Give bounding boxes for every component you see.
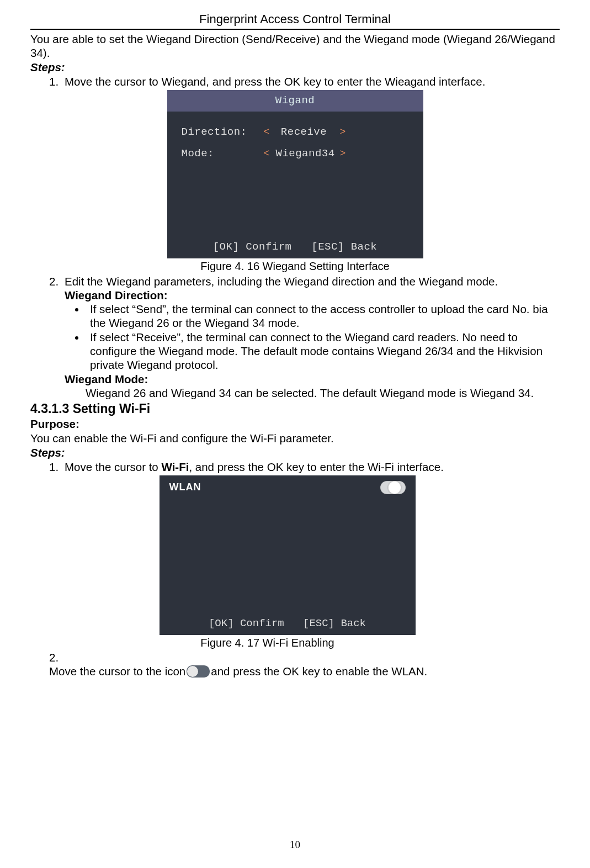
purpose-body: You can enable the Wi-Fi and configure t… <box>30 431 560 445</box>
text-part: and press the OK key to enable the WLAN. <box>211 664 427 678</box>
direction-value: Receive <box>276 126 332 139</box>
wifi-step-2: 2.Move the cursor to the icon and press … <box>30 650 560 678</box>
step-body: Move the cursor to Wi-Fi, and press the … <box>65 460 550 474</box>
wiegand-mode-body: Wiegand 26 and Wiegand 34 can be selecte… <box>30 386 560 400</box>
wiegand-mode-label: Wiegand Mode: <box>65 372 560 386</box>
arrow-left-icon[interactable]: < <box>256 148 276 160</box>
step-1: 1.Move the cursor to Wiegand, and press … <box>30 75 560 88</box>
wlan-row[interactable]: WLAN <box>160 475 416 497</box>
arrow-right-icon[interactable]: > <box>332 148 352 160</box>
step-number: 2. <box>49 650 65 664</box>
steps-label-2: Steps: <box>30 446 560 459</box>
wlan-toggle-icon[interactable] <box>380 481 406 494</box>
text-part: , and press the OK key to enter the Wi-F… <box>189 461 443 473</box>
step-body: Move the cursor to the icon and press th… <box>49 664 535 678</box>
wigand-title: Wigand <box>167 90 423 112</box>
wlan-footer: [OK] Confirm [ESC] Back <box>160 612 416 635</box>
bullet-receive: If select “Receive”, the terminal can co… <box>86 330 560 372</box>
wifi-bold: Wi-Fi <box>161 461 189 473</box>
esc-back-label: [ESC] Back <box>311 241 377 253</box>
wigand-device-screen: Wigand Direction: < Receive > Mode: < Wi… <box>167 90 423 258</box>
step-number: 2. <box>49 274 65 288</box>
mode-row[interactable]: Mode: < Wiegand34 > <box>167 143 423 165</box>
figure-1: Wigand Direction: < Receive > Mode: < Wi… <box>30 90 560 273</box>
mode-value: Wiegand34 <box>276 147 332 160</box>
wiegand-direction-label: Wiegand Direction: <box>65 288 560 302</box>
header-rule <box>30 29 560 30</box>
figure-1-caption: Figure 4. 16 Wiegand Setting Interface <box>200 260 389 273</box>
arrow-left-icon[interactable]: < <box>256 126 276 139</box>
figure-2: WLAN [OK] Confirm [ESC] Back Figure 4. 1… <box>15 475 560 650</box>
step-body: Edit the Wiegand parameters, including t… <box>65 274 550 288</box>
steps-label: Steps: <box>30 60 560 74</box>
text-part: Move the cursor to the icon <box>49 664 185 678</box>
wigand-footer: [OK] Confirm [ESC] Back <box>167 236 423 258</box>
step-body: Move the cursor to Wiegand, and press th… <box>65 75 550 88</box>
direction-label: Direction: <box>182 126 256 139</box>
esc-back-label: [ESC] Back <box>303 617 366 629</box>
bullet-send: If select “Send”, the terminal can conne… <box>86 302 560 330</box>
ok-confirm-label: [OK] Confirm <box>209 617 284 629</box>
step-number: 1. <box>49 460 65 474</box>
section-heading: 4.3.1.3 Setting Wi-Fi <box>30 401 560 416</box>
intro-para: You are able to set the Wiegand Directio… <box>30 32 560 60</box>
wlan-label: WLAN <box>169 481 201 494</box>
figure-2-caption: Figure 4. 17 Wi-Fi Enabling <box>200 636 334 649</box>
ok-confirm-label: [OK] Confirm <box>213 241 292 253</box>
page-number: 10 <box>0 838 590 851</box>
wiegand-direction-bullets: If select “Send”, the terminal can conne… <box>30 302 560 372</box>
text-part: Move the cursor to <box>65 461 161 473</box>
wlan-device-screen: WLAN [OK] Confirm [ESC] Back <box>160 475 416 635</box>
arrow-right-icon[interactable]: > <box>332 126 352 139</box>
step-number: 1. <box>49 75 65 88</box>
step-2: 2.Edit the Wiegand parameters, including… <box>30 274 560 288</box>
page-header: Fingerprint Access Control Terminal <box>30 12 560 29</box>
wifi-step-1: 1.Move the cursor to Wi-Fi, and press th… <box>30 460 560 474</box>
inline-toggle-icon <box>187 665 210 678</box>
direction-row[interactable]: Direction: < Receive > <box>167 121 423 143</box>
mode-label: Mode: <box>182 147 256 160</box>
purpose-label: Purpose: <box>30 417 560 431</box>
